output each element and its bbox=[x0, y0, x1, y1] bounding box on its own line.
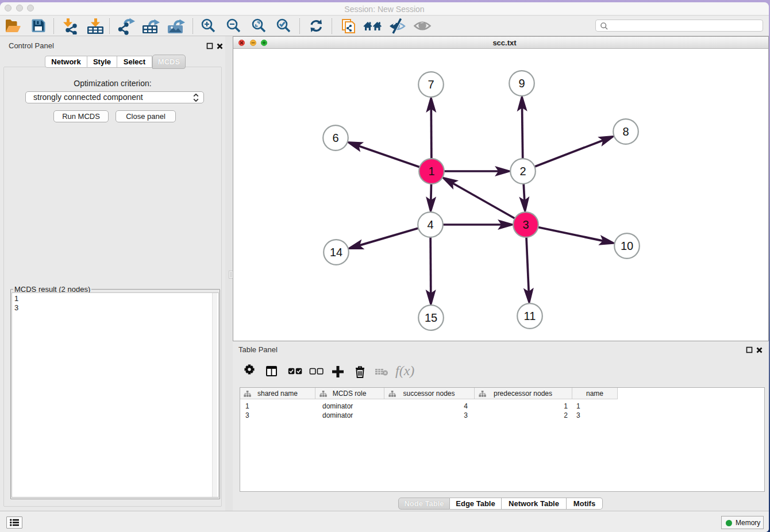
svg-text:11: 11 bbox=[524, 310, 536, 322]
svg-text:8: 8 bbox=[622, 125, 629, 138]
svg-text:6: 6 bbox=[332, 132, 338, 144]
svg-text:4: 4 bbox=[427, 218, 433, 231]
svg-text:14: 14 bbox=[330, 246, 342, 259]
svg-text:7: 7 bbox=[428, 78, 434, 91]
svg-text:9: 9 bbox=[518, 77, 525, 90]
svg-text:10: 10 bbox=[621, 240, 633, 252]
svg-text:1: 1 bbox=[428, 165, 434, 178]
svg-text:2: 2 bbox=[519, 165, 526, 178]
svg-text:15: 15 bbox=[425, 311, 437, 324]
svg-text:3: 3 bbox=[522, 218, 529, 231]
